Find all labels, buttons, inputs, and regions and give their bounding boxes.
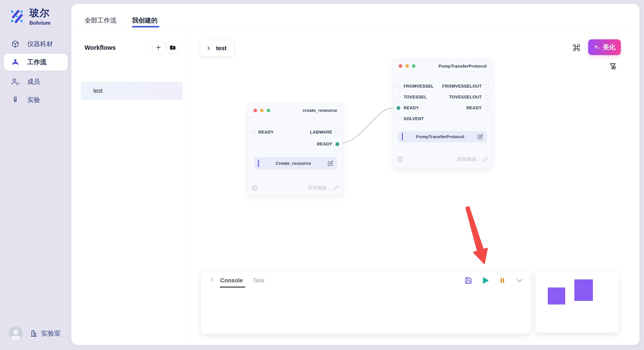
- port-input-solvent[interactable]: SOLVENT: [396, 116, 424, 121]
- run-button[interactable]: [481, 276, 490, 285]
- description-placeholder[interactable]: 添加描述...: [457, 156, 480, 163]
- tab-my-created[interactable]: 我创建的: [132, 16, 158, 25]
- node-action-pill[interactable]: PumpTransferProtocol: [398, 131, 487, 143]
- minimap[interactable]: [536, 271, 619, 333]
- traffic-red-dot[interactable]: [254, 109, 257, 112]
- edge-connection: [338, 108, 398, 144]
- pencil-icon[interactable]: [483, 157, 488, 162]
- play-icon: [482, 277, 489, 284]
- pencil-icon[interactable]: [333, 185, 338, 190]
- port-label: READY: [466, 105, 482, 110]
- traffic-green-dot[interactable]: [412, 64, 416, 68]
- node-header: PumpTransferProtocol: [393, 59, 492, 73]
- port-label: READY: [258, 130, 274, 135]
- filter-button[interactable]: [608, 61, 618, 71]
- edit-icon[interactable]: [328, 161, 333, 166]
- sidebar-item-workflow[interactable]: 工作流: [4, 54, 68, 71]
- port-output-ready[interactable]: READY: [466, 105, 489, 110]
- port-input-ready[interactable]: READY: [251, 130, 274, 135]
- description-placeholder[interactable]: 添加描述...: [308, 184, 330, 191]
- traffic-amber-dot[interactable]: [260, 109, 264, 112]
- node-header: create_resource: [248, 103, 343, 118]
- port-label: TOVESSEL: [404, 95, 427, 100]
- beautify-label: 美化: [603, 43, 616, 52]
- user-avatar[interactable]: [9, 327, 22, 340]
- port-label: FROMVESSELOUT: [442, 84, 482, 89]
- port-output-tovesselout[interactable]: TOVESSELOUT: [449, 95, 489, 100]
- node-footer: 添加描述...: [252, 184, 338, 191]
- workflow-tabs: 全部工作流 我创建的: [71, 4, 640, 28]
- port-handle[interactable]: [485, 95, 489, 99]
- package-icon: [11, 40, 20, 48]
- breadcrumb-label: test: [216, 45, 226, 52]
- info-icon[interactable]: [252, 185, 258, 190]
- node-footer: 添加描述...: [398, 156, 488, 163]
- node-action-label: Create_resource: [259, 161, 328, 166]
- main-content-card: 全部工作流 我创建的 Workflows test: [71, 4, 640, 345]
- port-label: SOLVENT: [404, 116, 424, 121]
- port-handle[interactable]: [396, 95, 400, 99]
- workflow-canvas[interactable]: test 美化: [186, 28, 640, 345]
- lab-label: 实验室: [41, 329, 61, 338]
- port-handle[interactable]: [336, 130, 339, 134]
- workflow-people-icon: [11, 58, 20, 66]
- lab-switcher[interactable]: 实验室: [30, 329, 61, 338]
- minimap-node-pump-transfer: [574, 279, 593, 301]
- port-handle[interactable]: [336, 142, 339, 146]
- sparkles-icon: [594, 44, 600, 51]
- port-output-ready[interactable]: READY: [317, 142, 339, 147]
- traffic-amber-dot[interactable]: [405, 64, 409, 68]
- import-workflow-button[interactable]: [166, 41, 179, 54]
- sidebar-item-members[interactable]: 成员: [4, 73, 68, 90]
- port-handle[interactable]: [396, 117, 400, 121]
- add-workflow-button[interactable]: [152, 41, 164, 54]
- workflow-list-item-test[interactable]: test: [81, 82, 183, 100]
- node-action-pill[interactable]: Create_resource: [254, 157, 337, 169]
- tab-all-workflows[interactable]: 全部工作流: [84, 16, 116, 25]
- chevron-right-icon: [206, 45, 211, 51]
- command-icon: [572, 43, 581, 52]
- minimap-node-create-resource: [548, 288, 565, 305]
- active-tab-underline: [132, 26, 159, 27]
- pause-icon: [498, 277, 506, 284]
- collapse-console-button[interactable]: [515, 276, 524, 285]
- save-button[interactable]: [464, 276, 472, 285]
- node-pump-transfer-protocol[interactable]: PumpTransferProtocol FROMVESSEL TOVESSEL…: [393, 59, 492, 169]
- port-input-ready[interactable]: READY: [396, 105, 419, 110]
- red-arrow-annotation: [466, 207, 487, 263]
- port-label: FROMVESSEL: [404, 84, 434, 89]
- port-label: TOVESSELOUT: [449, 95, 482, 100]
- port-label: READY: [404, 105, 419, 110]
- sidebar-item-instruments[interactable]: 仪器耗材: [4, 35, 68, 52]
- info-icon[interactable]: [398, 157, 403, 162]
- port-handle[interactable]: [485, 84, 489, 88]
- beautify-button[interactable]: 美化: [588, 39, 621, 55]
- edit-icon[interactable]: [478, 134, 483, 140]
- port-input-tovessel[interactable]: TOVESSEL: [396, 95, 427, 100]
- sidebar-item-label: 工作流: [27, 58, 46, 67]
- console-panel: Console Task: [200, 271, 531, 334]
- node-create-resource[interactable]: create_resource READY LABWARE READY Crea…: [248, 103, 343, 196]
- port-handle[interactable]: [396, 106, 400, 110]
- pause-button[interactable]: [498, 276, 506, 285]
- sidebar-item-label: 实验: [27, 96, 40, 104]
- traffic-green-dot[interactable]: [267, 109, 270, 112]
- breadcrumb[interactable]: test: [200, 40, 234, 56]
- traffic-red-dot[interactable]: [399, 64, 402, 68]
- port-output-labware[interactable]: LABWARE: [310, 130, 339, 135]
- sidebar-item-label: 仪器耗材: [27, 40, 53, 48]
- port-output-fromvesselout[interactable]: FROMVESSELOUT: [442, 84, 489, 89]
- chevron-right-icon[interactable]: [209, 277, 215, 283]
- filter-icon: [609, 62, 617, 70]
- plus-icon: [155, 44, 162, 51]
- node-action-label: PumpTransferProtocol: [403, 134, 478, 139]
- port-handle[interactable]: [396, 84, 400, 88]
- port-handle[interactable]: [251, 130, 255, 134]
- port-handle[interactable]: [485, 106, 489, 110]
- command-palette-button[interactable]: [571, 42, 582, 53]
- tab-console[interactable]: Console: [220, 277, 243, 284]
- workflows-panel-title: Workflows: [84, 44, 116, 51]
- tab-task[interactable]: Task: [252, 277, 264, 284]
- sidebar-item-experiments[interactable]: 实验: [4, 91, 68, 108]
- port-input-fromvessel[interactable]: FROMVESSEL: [396, 84, 434, 89]
